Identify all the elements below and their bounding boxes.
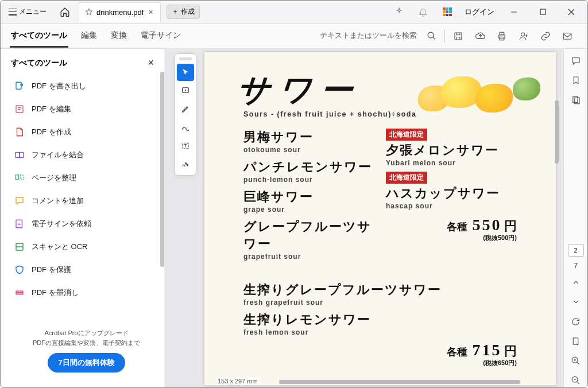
notifications-button[interactable] bbox=[413, 3, 434, 21]
upgrade-text-1: Acrobat Proにアップグレード bbox=[16, 328, 157, 338]
document-tab[interactable]: drinkmenu.pdf × bbox=[79, 2, 161, 22]
sidebar-item-redact[interactable]: PDF を墨消し bbox=[11, 282, 162, 303]
mail-icon bbox=[562, 31, 572, 41]
menu-columns: 男梅サワー otokoume sour パンチレモンサワー punch-lemo… bbox=[243, 129, 517, 265]
tab-edit[interactable]: 編集 bbox=[80, 25, 98, 48]
sidebar-item-export[interactable]: PDF を書き出し bbox=[11, 76, 162, 96]
page-display-button[interactable] bbox=[566, 332, 586, 350]
login-button[interactable]: ログイン bbox=[461, 7, 498, 17]
plus-icon: ＋ bbox=[172, 7, 179, 17]
rotate-button[interactable] bbox=[566, 313, 586, 330]
apps-button[interactable] bbox=[437, 3, 458, 21]
comment-icon bbox=[14, 196, 25, 206]
thumbnails-panel-button[interactable] bbox=[566, 91, 586, 108]
save-button[interactable] bbox=[447, 26, 469, 46]
price-tax: (税抜650円) bbox=[243, 359, 517, 367]
sidebar-scrollbar[interactable] bbox=[160, 72, 164, 267]
sidebar-item-label: ファイルを結合 bbox=[32, 150, 84, 160]
new-tab-button[interactable]: ＋ 作成 bbox=[167, 5, 200, 19]
svg-rect-28 bbox=[574, 98, 579, 104]
tab-all-tools[interactable]: すべてのツール bbox=[10, 25, 68, 48]
export-icon bbox=[14, 81, 25, 91]
svg-rect-17 bbox=[20, 153, 24, 158]
share-feedback-button[interactable] bbox=[513, 26, 535, 46]
ai-assistant-button[interactable] bbox=[389, 3, 409, 21]
price-unit: 円 bbox=[504, 344, 517, 358]
link-button[interactable] bbox=[535, 26, 556, 46]
vertical-scrollbar[interactable] bbox=[555, 100, 559, 164]
sticky-note-icon bbox=[181, 86, 190, 95]
app-menu-button[interactable]: メニュー bbox=[4, 5, 51, 19]
svg-rect-18 bbox=[16, 175, 18, 180]
zoom-out-icon bbox=[571, 375, 581, 385]
app-menu-label: メニュー bbox=[19, 7, 47, 17]
zoom-out-button[interactable] bbox=[566, 371, 586, 388]
signature-icon bbox=[181, 160, 190, 169]
sidebar-item-comment[interactable]: コメントを追加 bbox=[11, 191, 162, 211]
cursor-icon bbox=[181, 68, 190, 77]
item-jp: パンチレモンサワー bbox=[243, 158, 374, 176]
print-button[interactable] bbox=[491, 26, 513, 46]
sidebar-item-protect[interactable]: PDF を保護 bbox=[11, 259, 162, 280]
right-column: 北海道限定 夕張メロンサワー Yubari melon sour 北海道限定 ハ… bbox=[386, 129, 517, 265]
sidebar-item-combine[interactable]: ファイルを結合 bbox=[11, 145, 162, 165]
region-badge: 北海道限定 bbox=[386, 129, 427, 141]
home-button[interactable] bbox=[55, 3, 75, 21]
svg-point-4 bbox=[428, 32, 434, 38]
cloud-upload-button[interactable] bbox=[469, 26, 491, 46]
textbox-icon bbox=[181, 141, 190, 150]
titlebar-right: ログイン bbox=[389, 3, 584, 21]
sidebar-item-organize[interactable]: ページを整理 bbox=[11, 168, 162, 188]
sidebar-close-button[interactable]: × bbox=[145, 57, 156, 69]
sidebar-item-edit[interactable]: PDF を編集 bbox=[11, 99, 162, 119]
page-up-button[interactable] bbox=[566, 274, 586, 291]
sidebar-item-create[interactable]: PDF を作成 bbox=[11, 122, 162, 142]
tab-convert[interactable]: 変換 bbox=[110, 25, 128, 48]
maximize-button[interactable] bbox=[530, 3, 555, 21]
zoom-in-button[interactable] bbox=[566, 352, 586, 369]
sidebar-item-scan[interactable]: スキャンと OCR bbox=[11, 236, 162, 257]
upgrade-text-2: PDFの直接編集や変換、電子契約まで bbox=[16, 338, 157, 348]
comments-panel-button[interactable] bbox=[566, 52, 586, 69]
item-jp: 生搾りレモンサワー bbox=[243, 311, 517, 328]
highlight-tool[interactable] bbox=[177, 100, 194, 118]
search-button[interactable] bbox=[420, 26, 442, 46]
page-down-button[interactable] bbox=[566, 293, 586, 311]
close-window-button[interactable] bbox=[559, 3, 584, 21]
bookmarks-panel-button[interactable] bbox=[566, 72, 586, 89]
sidebar-item-esign[interactable]: 電子サインを依頼 bbox=[11, 214, 162, 234]
svg-rect-8 bbox=[500, 32, 504, 35]
app-body: すべてのツール × PDF を書き出し PDF を編集 PDF を作成 ファイル… bbox=[1, 49, 587, 388]
horizontal-scrollbar[interactable] bbox=[279, 380, 520, 384]
tab-esign[interactable]: 電子サイン bbox=[140, 25, 182, 48]
tab-title: drinkmenu.pdf bbox=[96, 8, 144, 17]
free-trial-button[interactable]: 7日間の無料体験 bbox=[48, 353, 125, 373]
select-tool[interactable] bbox=[177, 64, 194, 81]
apps-grid-icon bbox=[443, 7, 452, 17]
redact-icon bbox=[14, 288, 25, 298]
toolbar-right: テキストまたはツールを検索 bbox=[320, 26, 578, 46]
price-tax: (税抜500円) bbox=[386, 234, 517, 242]
pdf-page[interactable]: サワー Sours - (fresh fruit juice + shochu)… bbox=[204, 52, 556, 385]
svg-rect-19 bbox=[21, 175, 24, 180]
draw-tool[interactable] bbox=[177, 119, 194, 136]
svg-rect-29 bbox=[573, 337, 578, 344]
section-fresh: 生搾りグレープフルーツサワー fresh grapefruit sour 生搾り… bbox=[243, 281, 517, 367]
sign-tool[interactable] bbox=[177, 156, 194, 173]
toolbar-drag-handle[interactable] bbox=[179, 57, 192, 60]
sidebar-item-label: PDF を作成 bbox=[32, 127, 71, 137]
tab-close-button[interactable]: × bbox=[147, 7, 154, 17]
svg-point-10 bbox=[521, 33, 525, 36]
item-jp: 夕張メロンサワー bbox=[386, 142, 517, 159]
chat-icon bbox=[571, 56, 581, 66]
star-icon bbox=[85, 8, 93, 16]
page-number-input[interactable]: 2 bbox=[568, 244, 584, 257]
rotate-icon bbox=[571, 317, 581, 327]
textbox-tool[interactable] bbox=[177, 137, 194, 154]
minimize-button[interactable] bbox=[501, 3, 527, 21]
comment-tool[interactable] bbox=[177, 82, 194, 99]
price-value: 550 bbox=[473, 216, 502, 234]
right-rail: 2 7 bbox=[563, 49, 587, 388]
price-unit: 円 bbox=[504, 219, 517, 233]
email-button[interactable] bbox=[556, 26, 578, 46]
